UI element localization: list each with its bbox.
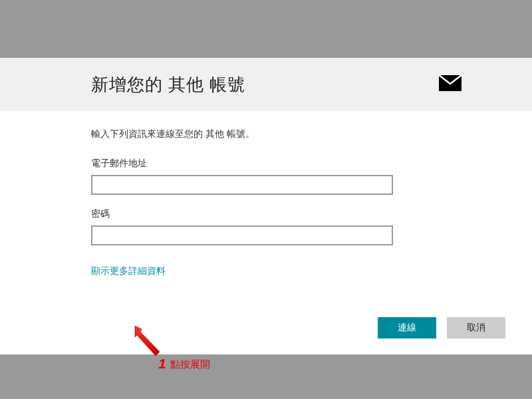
annotation-number: 1 (158, 356, 166, 372)
svg-marker-1 (135, 326, 160, 356)
annotation-text: 點按展開 (170, 358, 210, 371)
dialog-title: 新增您的 其他 帳號 (91, 73, 245, 96)
password-label: 密碼 (91, 208, 505, 220)
password-input[interactable] (91, 225, 393, 245)
dialog-header: 新增您的 其他 帳號 (0, 58, 532, 111)
connect-button[interactable]: 連線 (378, 317, 436, 338)
cancel-button[interactable]: 取消 (447, 317, 505, 338)
show-more-link[interactable]: 顯示更多詳細資料 (91, 265, 166, 277)
instruction-text: 輸入下列資訊來連線至您的 其他 帳號。 (91, 128, 505, 140)
password-field-group: 密碼 (91, 208, 505, 245)
mail-icon (439, 75, 462, 94)
add-account-dialog: 新增您的 其他 帳號 輸入下列資訊來連線至您的 其他 帳號。 電子郵件地址 密碼… (0, 58, 532, 354)
email-input[interactable] (91, 175, 393, 195)
dialog-buttons: 連線 取消 (378, 317, 505, 338)
email-field-group: 電子郵件地址 (91, 158, 505, 195)
arrow-icon (133, 324, 173, 364)
email-label: 電子郵件地址 (91, 158, 505, 170)
dialog-content: 輸入下列資訊來連線至您的 其他 帳號。 電子郵件地址 密碼 顯示更多詳細資料 (0, 111, 532, 277)
